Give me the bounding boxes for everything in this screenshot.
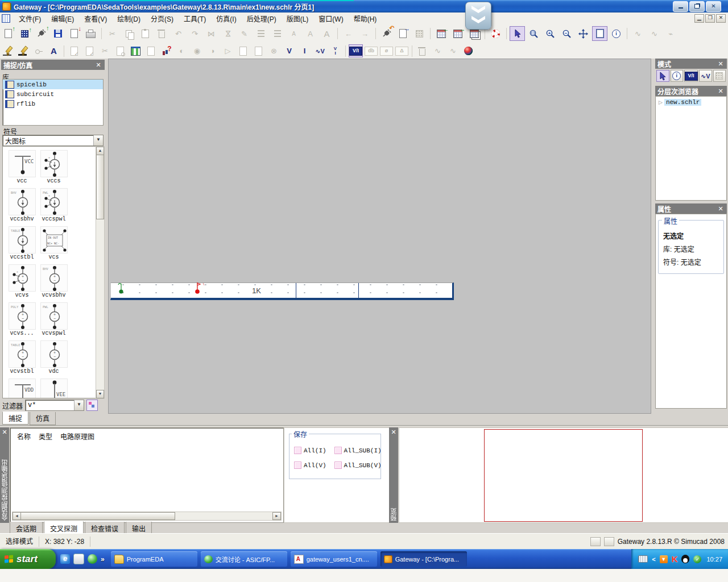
menu-t[interactable]: 工具(T) (179, 13, 211, 24)
checkbox-icon[interactable] (294, 462, 301, 469)
scroll-right-icon[interactable]: ► (272, 512, 281, 520)
save-button[interactable] (50, 26, 65, 41)
symbol-item-vcvs[interactable]: +−+vcvs (6, 264, 38, 298)
new-design-button[interactable]: ↑ (17, 26, 32, 41)
horizontal-scrollbar[interactable]: ◄ ► (12, 512, 282, 521)
menu-l[interactable]: 版图(L) (282, 13, 314, 24)
scroll-down-icon[interactable]: ▼ (96, 390, 104, 398)
dock-close-icon[interactable]: ✕ (0, 429, 9, 436)
zoom-in-button[interactable]: + (543, 26, 558, 41)
taskbar-task-globe[interactable]: 交流讨论 - ASIC/FP... (201, 551, 287, 567)
symbol-item-vee[interactable]: VEEvee (38, 379, 69, 398)
symbol-item-vccstbl[interactable]: TABLEvccstbl (6, 226, 38, 260)
symbol-item-vcvspwl[interactable]: +−PWLvcvspwl (38, 302, 69, 336)
label-vi-button[interactable]: VI (328, 44, 342, 57)
checkbox-allv[interactable]: All(V) (294, 462, 326, 469)
menu-e[interactable]: 编辑(E) (46, 13, 79, 24)
symbol-item-vcs[interactable]: IN OUTNC+ NC-vcs (38, 226, 69, 260)
filter-apply-button[interactable] (86, 400, 98, 411)
menu-i[interactable]: 仿真(I) (211, 13, 241, 24)
hierarchy-panel-close-icon[interactable]: ✕ (717, 88, 725, 95)
mode-vi-display-button[interactable]: V/I (684, 70, 698, 82)
chevron-down-icon[interactable]: ▼ (93, 135, 103, 146)
filter-combo[interactable]: v* ▼ (25, 400, 84, 411)
menu-s[interactable]: 分页(S) (146, 13, 179, 24)
menu-w[interactable]: 窗口(W) (313, 13, 348, 24)
schematic-sheet[interactable]: 1K (110, 282, 454, 300)
tab-capture[interactable]: 捕捉 (2, 411, 28, 425)
preview-viewport-rect[interactable] (484, 429, 643, 522)
symbol-item-vcvstbl[interactable]: +−TABLEvcvstbl (6, 340, 38, 375)
mdi-restore-button[interactable]: ❒ (705, 14, 715, 23)
zoom-out-button[interactable]: − (559, 26, 574, 41)
new-schematic-button[interactable]: ↑ (1, 26, 16, 41)
symbol-item-vcvs[interactable]: +−POLYvcvs... (6, 302, 38, 336)
draw-wire-button[interactable] (1, 44, 15, 57)
preview-pane[interactable] (399, 427, 728, 523)
capture-panel-close-icon[interactable]: ✕ (94, 61, 102, 69)
mdi-minimize-button[interactable]: ▁ (694, 14, 704, 23)
tray-collapse-icon[interactable]: < (652, 556, 655, 563)
crossprobe-list[interactable]: 名称类型电路原理图 ◄ ► (10, 427, 284, 523)
symbol-item-vcvsbhv[interactable]: +−BHVvcvsbhv (38, 264, 69, 298)
menu-d[interactable]: 绘制(D) (112, 13, 146, 24)
label-current-button[interactable]: I (297, 44, 312, 57)
minimize-button[interactable] (673, 1, 688, 12)
scroll-left-icon[interactable]: ◄ (13, 512, 21, 520)
checkbox-icon[interactable] (334, 462, 342, 469)
flashget-tray-icon[interactable]: ▼ (660, 555, 668, 563)
net-flag-green[interactable] (118, 282, 127, 297)
schematic-wire[interactable] (358, 283, 359, 298)
menu-p[interactable]: 后处理(P) (242, 13, 282, 24)
menu-f[interactable]: 文件(F) (14, 13, 46, 24)
select-mode-button[interactable] (510, 26, 525, 41)
symbol-item-vdd[interactable]: VDDvdd (6, 379, 38, 398)
internet-explorer-icon[interactable]: e (60, 554, 70, 564)
tab-simulate[interactable]: 仿真 (30, 412, 56, 425)
start-button[interactable]: start (0, 549, 56, 569)
checkbox-alli[interactable]: All(I) (294, 447, 326, 454)
label-wave-button[interactable]: ∿V (313, 44, 327, 57)
symbol-view-combo[interactable]: 大图标 ▼ (2, 135, 104, 146)
scroll-thumb[interactable] (20, 512, 175, 520)
export-netlist-button[interactable]: → (395, 26, 411, 41)
scroll-thumb[interactable] (96, 155, 104, 219)
mode-select-button[interactable] (656, 70, 669, 82)
smartview-button[interactable] (461, 44, 475, 57)
zoom-sheet-button[interactable] (592, 26, 607, 41)
taskbar-task-gateway[interactable]: Gateway - [C:\Progra... (380, 551, 467, 567)
symbol-item-vccsbhv[interactable]: BHVvccsbhv (6, 188, 38, 222)
zoom-window-button[interactable] (526, 26, 541, 41)
spreadsheet-button[interactable] (129, 44, 143, 57)
mode-panel-close-icon[interactable]: ✕ (717, 60, 725, 68)
chevron-down-icon[interactable]: ▼ (74, 400, 84, 410)
taskbar-task-pdf[interactable]: gateway_users1_cn.... (291, 551, 377, 567)
qq-penguin-tray-icon[interactable] (681, 555, 689, 563)
quick-launch-overflow-icon[interactable]: » (101, 555, 105, 563)
kmplayer-tray-icon[interactable]: K (672, 554, 678, 564)
symbol-item-vccspwl[interactable]: +PWLvccspwl (38, 188, 69, 222)
tooltip-info-button[interactable]: i (609, 26, 624, 41)
label-voltage-button[interactable]: V (282, 44, 296, 57)
checkbox-icon[interactable] (294, 447, 301, 454)
preview-close-icon[interactable]: ✕ (389, 429, 398, 436)
next-sheet-button[interactable]: → (450, 26, 465, 41)
place-text-button[interactable]: A (47, 44, 61, 57)
mode-wave-button[interactable]: ∿V (699, 70, 712, 82)
mode-vi-button[interactable]: V/I (349, 44, 363, 57)
schematic-wire[interactable] (296, 283, 296, 298)
security-shield-tray-icon[interactable]: ✓ (693, 555, 701, 563)
import-netlist-button[interactable]: ↑ (34, 26, 49, 41)
mode-info-button[interactable]: i (671, 70, 684, 82)
restore-button[interactable] (689, 1, 705, 12)
green-sphere-icon[interactable] (88, 554, 97, 564)
mail-icon[interactable] (73, 554, 84, 564)
scroll-up-icon[interactable]: ▲ (96, 147, 104, 155)
symbol-item-vccs[interactable]: +vccs (38, 150, 69, 184)
mdi-close-button[interactable]: ✕ (716, 14, 726, 23)
symbol-item-vcc[interactable]: VCCvcc (6, 150, 38, 184)
checkbox-icon[interactable] (334, 447, 342, 454)
symbol-item-vdc[interactable]: +−vdc (38, 340, 69, 375)
screen-capture-widget[interactable] (465, 2, 491, 30)
net-flag-red[interactable] (194, 282, 209, 297)
